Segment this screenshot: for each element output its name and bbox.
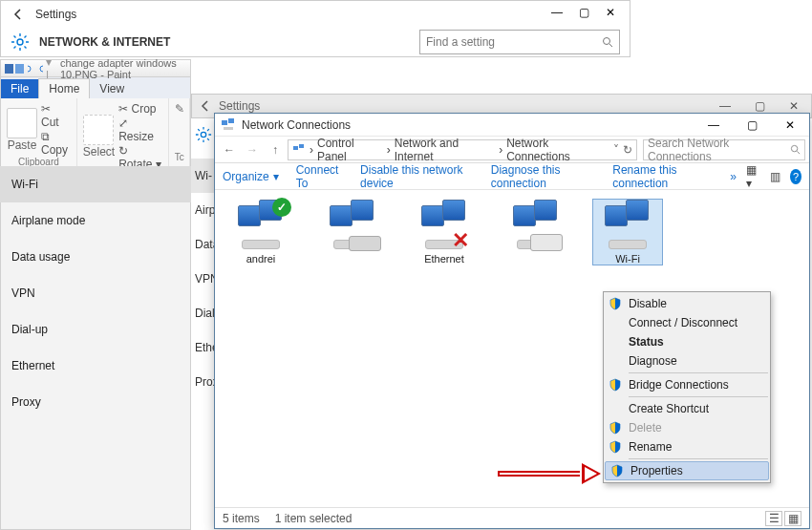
nav-back-icon[interactable]: ← — [219, 139, 240, 160]
cut-button[interactable]: ✂ Cut — [41, 102, 71, 129]
toolbar-disable[interactable]: Disable this network device — [360, 163, 474, 190]
context-menu-label: Status — [629, 335, 664, 349]
context-menu-label: Delete — [629, 421, 662, 435]
breadcrumb[interactable]: › Control Panel› Network and Internet› N… — [288, 139, 637, 160]
settings-title: Settings — [35, 8, 76, 21]
close-button[interactable]: ✕ — [771, 114, 809, 137]
svg-line-2 — [609, 44, 612, 47]
context-menu-disable[interactable]: Disable — [604, 294, 770, 313]
nav-forward-icon[interactable]: → — [242, 139, 263, 160]
close-button[interactable]: ✕ — [597, 3, 624, 22]
chevron-down-icon: ▾ — [273, 170, 279, 183]
network-adapter-label: andrei — [246, 253, 276, 265]
paint-titlebar: ▾ | change adapter windows 10.PNG - Pain… — [1, 60, 190, 77]
shield-icon — [609, 421, 622, 435]
network-icon — [292, 143, 306, 157]
explorer-toolbar: Organize ▾ Connect To Disable this netwo… — [215, 163, 809, 190]
back-icon[interactable] — [9, 5, 28, 24]
sidebar-item-airplane-mode[interactable]: Airplane mode — [0, 202, 191, 239]
network-adapter-item[interactable]: ✓andrei — [226, 200, 295, 265]
toolbar-connect-to[interactable]: Connect To — [296, 163, 343, 190]
svg-point-5 — [201, 132, 205, 137]
network-connections-icon — [221, 117, 236, 133]
paint-tabs: File Home View — [1, 77, 190, 98]
sidebar-item-proxy[interactable]: Proxy — [0, 384, 191, 420]
sidebar-item-data-usage[interactable]: Data usage — [0, 239, 191, 275]
help-icon[interactable]: ? — [790, 169, 801, 184]
select-icon[interactable] — [83, 115, 114, 145]
settings-search[interactable]: Find a setting — [419, 30, 620, 54]
toolbar-diagnose[interactable]: Diagnose this connection — [491, 163, 595, 190]
refresh-icon[interactable]: ↻ — [623, 143, 632, 157]
back-icon[interactable] — [192, 99, 219, 113]
network-adapter-item[interactable]: Wi-Fi — [593, 200, 662, 265]
context-menu-label: Create Shortcut — [629, 402, 709, 415]
maximize-button[interactable]: ▢ — [570, 3, 597, 22]
maximize-button[interactable]: ▢ — [733, 114, 771, 137]
toolbar-rename[interactable]: Rename this connection — [612, 163, 713, 190]
svg-rect-9 — [293, 146, 298, 150]
settings-2-heading — [195, 126, 212, 143]
network-adapter-item[interactable] — [502, 200, 570, 253]
tab-home[interactable]: Home — [38, 78, 90, 98]
preview-pane-icon[interactable]: ▥ — [770, 170, 780, 183]
svg-line-12 — [797, 151, 800, 154]
network-adapter-item[interactable] — [318, 200, 387, 253]
context-menu-rename[interactable]: Rename — [604, 437, 770, 456]
explorer-titlebar: Network Connections — ▢ ✕ — [215, 114, 809, 137]
nav-up-icon[interactable]: ↑ — [265, 139, 286, 160]
toolbar-overflow-icon[interactable]: » — [730, 170, 737, 183]
context-menu-properties[interactable]: Properties — [605, 461, 769, 480]
network-adapter-item[interactable]: ✕Ethernet — [410, 200, 479, 265]
shield-icon — [610, 464, 624, 477]
select-label: Select — [83, 145, 115, 159]
view-dropdown-icon[interactable]: ▦ ▾ — [746, 163, 760, 190]
tab-file[interactable]: File — [1, 79, 38, 98]
context-menu-separator — [629, 396, 768, 397]
svg-rect-8 — [224, 127, 233, 130]
crop-button[interactable]: ✂ Crop — [118, 102, 156, 116]
explorer-window: Network Connections — ▢ ✕ ← → ↑ › Contro… — [214, 113, 810, 529]
view-details-icon[interactable]: ☰ — [765, 511, 782, 526]
crumb-control-panel[interactable]: Control Panel — [317, 137, 383, 163]
settings-heading: NETWORK & INTERNET — [39, 35, 170, 49]
network-adapter-label: Wi-Fi — [615, 253, 640, 265]
status-selected-count: 1 item selected — [275, 512, 353, 525]
ribbon-group-clipboard: Paste ✂ Cut ⧉ Copy Clipboard — [1, 98, 77, 166]
sidebar-item-vpn[interactable]: VPN — [0, 275, 191, 311]
shield-icon — [609, 297, 622, 310]
pencil-icon[interactable]: ✎ — [175, 102, 184, 116]
context-menu-create-shortcut[interactable]: Create Shortcut — [604, 399, 770, 418]
context-menu-bridge-connections[interactable]: Bridge Connections — [604, 375, 770, 394]
svg-point-1 — [604, 38, 610, 45]
breadcrumb-dropdown-icon[interactable]: ˅ — [613, 143, 619, 157]
minimize-button[interactable]: — — [544, 3, 570, 22]
status-item-count: 5 items — [223, 512, 260, 525]
annotation-arrow — [498, 463, 601, 484]
paste-icon[interactable] — [7, 108, 37, 138]
context-menu-label: Connect / Disconnect — [629, 316, 737, 329]
view-icons-icon[interactable]: ▦ — [784, 511, 801, 526]
context-menu-connect-disconnect[interactable]: Connect / Disconnect — [604, 313, 770, 332]
resize-button[interactable]: ⤢ Resize — [118, 117, 162, 143]
context-menu-separator — [629, 458, 768, 459]
toolbar-organize[interactable]: Organize ▾ — [223, 170, 279, 183]
tab-view[interactable]: View — [90, 79, 134, 98]
search-icon — [790, 144, 801, 155]
explorer-title: Network Connections — [242, 118, 351, 132]
crumb-network-internet[interactable]: Network and Internet — [395, 137, 495, 163]
svg-rect-3 — [5, 64, 13, 74]
minimize-button[interactable]: — — [694, 114, 733, 137]
crumb-network-connections[interactable]: Network Connections — [506, 137, 609, 163]
explorer-search[interactable]: Search Network Connections — [643, 139, 805, 160]
search-placeholder: Find a setting — [426, 35, 495, 49]
copy-button[interactable]: ⧉ Copy — [41, 130, 71, 157]
context-menu-diagnose[interactable]: Diagnose — [604, 351, 770, 371]
sidebar-item-ethernet[interactable]: Ethernet — [0, 348, 191, 384]
context-menu-status[interactable]: Status — [604, 332, 770, 351]
context-menu-delete: Delete — [604, 418, 770, 437]
svg-point-0 — [17, 39, 23, 45]
sidebar-item-wi-fi[interactable]: Wi-Fi — [0, 166, 191, 202]
sidebar-item-dial-up[interactable]: Dial-up — [0, 311, 191, 348]
network-adapter-label: Ethernet — [424, 253, 464, 265]
